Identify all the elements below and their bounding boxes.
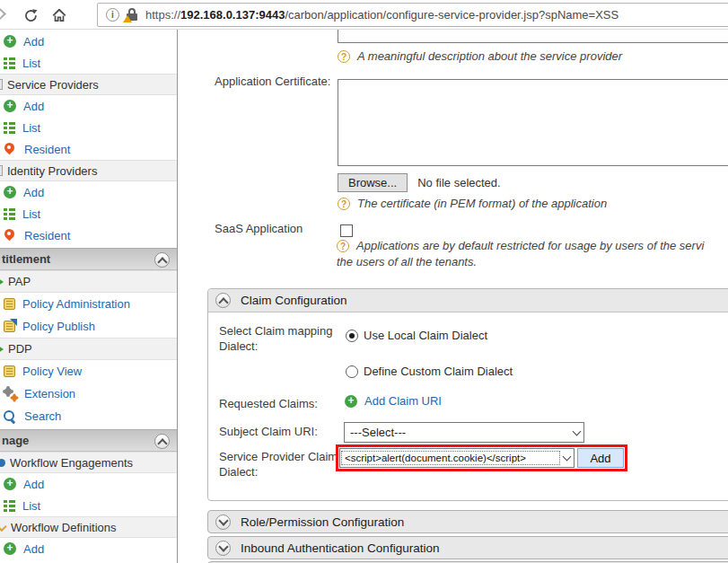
chevron-down-icon[interactable]: [215, 515, 231, 530]
description-input[interactable]: [338, 30, 728, 43]
sidebar-item-extension[interactable]: Extension: [0, 383, 177, 405]
help-icon: ?: [337, 240, 349, 252]
chevron-down-icon: [569, 431, 583, 435]
chevron-up-icon[interactable]: [154, 252, 170, 268]
sidebar-item-label: Policy View: [22, 365, 82, 378]
application-certificate-label: Application Certificate:: [215, 75, 330, 88]
sidebar-item-resident[interactable]: Resident: [0, 224, 177, 246]
combobox-value: <script>alert(document.cookie)</script>: [342, 452, 559, 464]
certificate-help: ? The certificate (in PEM format) of the…: [338, 197, 607, 210]
list-icon: [4, 57, 15, 69]
sidebar-item-policy-view[interactable]: Policy View: [0, 360, 177, 383]
bullet-icon: [0, 346, 4, 353]
subject-claim-uri-select[interactable]: ---Select---: [344, 422, 584, 443]
sidebar-section-label: PDP: [8, 342, 32, 356]
sidebar-item-label: Search: [24, 409, 61, 423]
subject-claim-uri-label: Subject Claim URI:: [219, 424, 363, 439]
home-icon: [51, 7, 67, 23]
sidebar-item-add[interactable]: Add: [0, 538, 177, 559]
sidebar-item-add[interactable]: Add: [0, 181, 177, 203]
browser-toolbar: i https://192.168.0.137:9443/carbon/appl…: [0, 0, 728, 30]
add-claim-uri-row: Add Claim URI: [345, 394, 442, 408]
sidebar-item-list[interactable]: List: [0, 203, 177, 224]
chevron-up-icon[interactable]: [154, 434, 170, 449]
no-file-selected-text: No file selected.: [417, 176, 501, 189]
sidebar-item-policy-administration[interactable]: Policy Administration: [0, 293, 177, 315]
help-text: The certificate (in PEM format) of the a…: [357, 197, 607, 210]
sidebar-item-label: Policy Publish: [22, 320, 95, 333]
sidebar-item-add[interactable]: Add: [0, 31, 177, 52]
sidebar-section-identity-providers: Identity Providers: [0, 160, 177, 181]
search-icon: [4, 409, 17, 423]
add-dialect-button[interactable]: Add: [577, 448, 624, 468]
radio-define-custom-claim-dialect[interactable]: Define Custom Claim Dialect: [346, 365, 513, 378]
browser-window: i https://192.168.0.137:9443/carbon/appl…: [0, 0, 728, 563]
sidebar-item-label: List: [22, 121, 40, 135]
sidebar-item-list[interactable]: List: [0, 117, 177, 138]
forward-icon[interactable]: [0, 8, 6, 20]
sidebar-item-add[interactable]: Add: [0, 473, 177, 495]
section-title: Role/Permission Configuration: [241, 515, 404, 529]
radio-label: Use Local Claim Dialect: [364, 329, 487, 342]
certificate-file-row: Browse... No file selected.: [338, 173, 501, 192]
check-icon: [0, 523, 7, 531]
sp-claim-dialect-combobox[interactable]: <script>alert(document.cookie)</script>: [339, 448, 575, 468]
radio-unselected-icon[interactable]: [346, 365, 358, 378]
sidebar-item-list[interactable]: List: [0, 52, 177, 74]
list-icon: [4, 122, 15, 134]
document-icon: [0, 79, 3, 90]
url-text: https://192.168.0.137:9443/carbon/applic…: [145, 8, 618, 22]
site-info-icon[interactable]: i: [106, 8, 119, 22]
xss-highlight-box: <script>alert(document.cookie)</script> …: [336, 444, 627, 471]
add-icon: [345, 395, 357, 408]
bullet-icon: [0, 278, 4, 286]
warning-triangle-icon: [123, 15, 132, 22]
sidebar-section-label: Identity Providers: [7, 164, 97, 178]
sidebar-header-label: titlement: [2, 252, 50, 266]
list-icon: [4, 500, 15, 512]
role-permission-configuration-header[interactable]: Role/Permission Configuration: [207, 510, 728, 533]
application-certificate-textarea[interactable]: [338, 79, 728, 166]
add-claim-uri-link[interactable]: Add Claim URI: [364, 394, 442, 408]
select-value: ---Select---: [345, 426, 569, 439]
saas-application-checkbox[interactable]: [340, 224, 353, 237]
sp-claim-dialect-label: Service Provider Claim Dialect:: [219, 449, 354, 479]
sidebar-item-add[interactable]: Add: [0, 95, 177, 117]
chevron-down-icon[interactable]: [215, 541, 231, 556]
inbound-authentication-configuration-header[interactable]: Inbound Authentication Configuration: [207, 536, 728, 559]
sidebar-item-label: Resident: [24, 143, 70, 156]
browse-button[interactable]: Browse...: [338, 173, 408, 192]
policy-scroll-icon: [4, 365, 15, 377]
reload-button[interactable]: [22, 6, 39, 24]
list-icon: [4, 208, 15, 220]
sidebar-item-label: List: [22, 499, 40, 513]
sidebar-section-service-providers: Service Providers: [0, 74, 177, 95]
help-text-line2: the users of all the tenants.: [337, 255, 728, 268]
radio-selected-icon[interactable]: [346, 330, 358, 342]
add-icon: [4, 35, 16, 48]
url-host: 192.168.0.137:9443: [180, 8, 285, 22]
help-icon: ?: [338, 50, 350, 63]
sidebar-section-label: Service Providers: [7, 78, 99, 92]
sidebar-section-label: Workflow Definitions: [11, 521, 117, 534]
url-scheme: https://: [145, 8, 180, 22]
sidebar-header-entitlement[interactable]: titlement: [0, 248, 177, 270]
sidebar-item-label: Policy Administration: [22, 297, 130, 311]
address-bar[interactable]: i https://192.168.0.137:9443/carbon/appl…: [97, 3, 728, 27]
sidebar-item-search[interactable]: Search: [0, 405, 177, 427]
sidebar-item-label: Add: [23, 186, 44, 199]
sidebar-header-label: nage: [2, 434, 29, 447]
claim-configuration-header[interactable]: Claim Configuration: [208, 289, 728, 312]
insecure-lock-icon[interactable]: [127, 8, 138, 22]
home-button[interactable]: [50, 6, 68, 24]
sidebar-item-resident[interactable]: Resident: [0, 138, 177, 160]
sidebar-item-policy-publish[interactable]: Policy Publish: [0, 315, 177, 338]
sidebar-item-list[interactable]: List: [0, 495, 177, 516]
description-help: ? A meaningful description about the ser…: [338, 49, 622, 63]
sidebar-section-pdp: PDP: [0, 338, 177, 360]
radio-use-local-claim-dialect[interactable]: Use Local Claim Dialect: [346, 329, 487, 342]
chevron-up-icon[interactable]: [215, 293, 231, 308]
sidebar-header-manage[interactable]: nage: [0, 429, 177, 452]
workflow-icon: [0, 459, 5, 467]
sidebar-section-workflow-definitions: Workflow Definitions: [0, 516, 177, 538]
